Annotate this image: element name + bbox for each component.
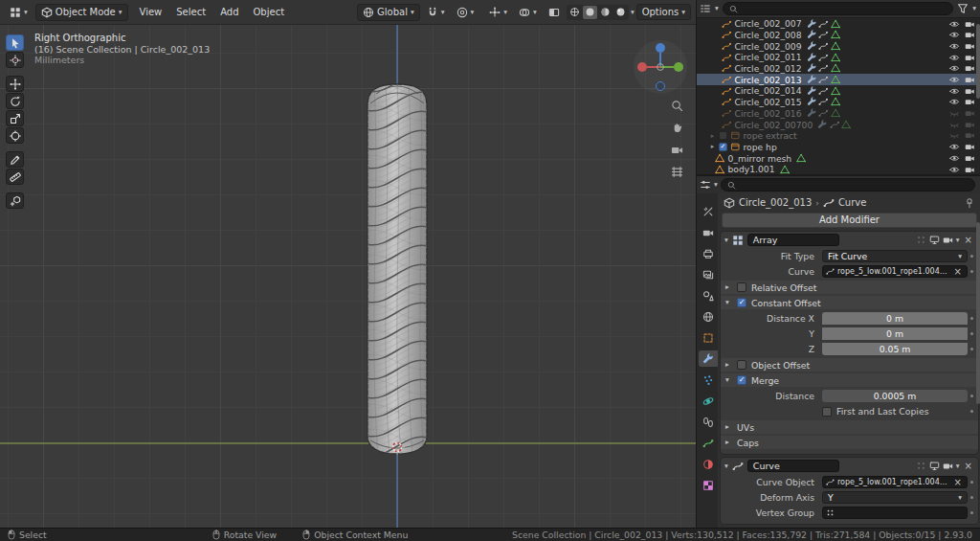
disclosure-icon[interactable]: ▸ xyxy=(709,143,716,150)
outliner-item[interactable]: Circle_002_008 xyxy=(697,30,980,41)
viewport-toggle-grid-button[interactable] xyxy=(669,164,684,179)
first-last-copies-checkbox[interactable] xyxy=(822,407,832,417)
eye-closed-icon[interactable] xyxy=(949,108,960,119)
tool-move[interactable] xyxy=(6,76,24,92)
collapsed-icon[interactable]: ▸ xyxy=(725,423,732,431)
eye-icon[interactable] xyxy=(949,53,960,63)
shading-rendered-button[interactable] xyxy=(613,6,628,19)
eye-icon[interactable] xyxy=(949,30,960,40)
distance-x-field[interactable]: 0 m xyxy=(822,312,968,325)
outliner-item[interactable]: Circle_002_014 xyxy=(697,85,980,97)
camera-icon[interactable] xyxy=(965,63,975,74)
constant-offset-checkbox[interactable]: ✓ xyxy=(737,298,746,307)
outliner-item[interactable]: Circle_002_013 xyxy=(697,74,980,85)
menu-add[interactable]: Add xyxy=(213,5,245,19)
outliner-search[interactable] xyxy=(723,2,953,15)
camera-icon[interactable] xyxy=(965,130,975,141)
camera-icon[interactable] xyxy=(965,86,975,97)
outliner-item[interactable]: ▸✓rope hp xyxy=(697,142,980,153)
eye-icon[interactable] xyxy=(949,165,960,174)
uvs-subpanel[interactable]: ▸ UVs xyxy=(721,420,978,434)
properties-tab-particles[interactable] xyxy=(699,372,718,388)
rope-object[interactable] xyxy=(361,80,434,458)
tool-transform[interactable] xyxy=(6,127,24,144)
extras-menu-icon[interactable]: ▾ xyxy=(956,237,960,244)
eye-icon[interactable] xyxy=(949,153,960,164)
collection-checkbox[interactable] xyxy=(719,131,727,140)
shading-wireframe-button[interactable] xyxy=(568,6,582,19)
editor-type-button[interactable] xyxy=(700,179,711,191)
camera-icon[interactable] xyxy=(965,19,975,30)
modifier-name-field[interactable]: Curve xyxy=(747,460,839,472)
camera-icon[interactable] xyxy=(965,120,975,130)
display-viewport-icon[interactable] xyxy=(929,235,940,245)
outliner-item[interactable]: Circle_002_015 xyxy=(697,97,980,108)
display-editmode-icon[interactable] xyxy=(916,461,926,471)
show-gizmos-toggle[interactable]: ▾ xyxy=(484,5,512,20)
outliner-item[interactable]: Circle_002_00700 xyxy=(697,119,980,130)
animate-decorator[interactable] xyxy=(968,496,976,499)
display-render-icon[interactable] xyxy=(943,235,953,245)
menu-select[interactable]: Select xyxy=(169,5,212,19)
camera-icon[interactable] xyxy=(965,153,975,164)
merge-subpanel[interactable]: ▾ ✓ Merge xyxy=(721,373,978,387)
menu-object[interactable]: Object xyxy=(247,5,292,19)
display-editmode-icon[interactable] xyxy=(916,235,926,245)
outliner-item[interactable]: Circle_002_007 xyxy=(697,18,980,30)
options-menu[interactable]: Options ▾ xyxy=(636,4,691,20)
extras-menu-icon[interactable]: ▾ xyxy=(956,462,960,470)
eye-icon[interactable] xyxy=(949,86,960,97)
toggle-xray-button[interactable] xyxy=(544,5,565,20)
snap-toggle[interactable]: ▾ xyxy=(422,5,450,20)
outliner-item[interactable]: Circle_002_012 xyxy=(697,63,980,75)
properties-tab-world[interactable] xyxy=(699,308,718,325)
curve-object-field[interactable]: rope_5_low.001_rope1.004.001_Curve... × xyxy=(822,476,968,488)
outliner-item[interactable]: ▸rope extract xyxy=(697,130,980,142)
eye-icon[interactable] xyxy=(949,97,960,107)
eye-icon[interactable] xyxy=(949,75,960,85)
navigation-gizmo[interactable] xyxy=(632,38,689,96)
tool-annotate[interactable] xyxy=(6,151,24,168)
editor-type-button[interactable] xyxy=(700,3,711,14)
camera-icon[interactable] xyxy=(965,165,975,174)
outliner-item[interactable]: body1.001 xyxy=(697,164,980,174)
expand-icon[interactable]: ▾ xyxy=(724,237,728,244)
properties-search[interactable] xyxy=(721,178,975,192)
collapsed-icon[interactable]: ▸ xyxy=(725,439,732,446)
properties-tab-output[interactable] xyxy=(699,245,718,261)
object-offset-checkbox[interactable] xyxy=(737,360,746,370)
camera-icon[interactable] xyxy=(965,53,975,63)
breadcrumb-data[interactable]: Curve xyxy=(838,197,867,208)
eye-closed-icon[interactable] xyxy=(949,130,960,141)
properties-search-input[interactable] xyxy=(740,180,969,190)
viewport-3d[interactable]: Right Orthographic (16) Scene Collection… xyxy=(0,25,696,528)
array-modifier-header[interactable]: ▾ Array ▾ × xyxy=(721,232,978,248)
collection-checkbox[interactable]: ✓ xyxy=(719,143,727,151)
animate-decorator[interactable] xyxy=(968,481,976,484)
shading-material-button[interactable] xyxy=(598,6,612,19)
show-overlays-toggle[interactable]: ▾ xyxy=(514,5,542,20)
eye-icon[interactable] xyxy=(949,41,960,52)
outliner-item[interactable]: Circle_002_016 xyxy=(697,108,980,120)
animate-decorator[interactable] xyxy=(968,332,976,335)
viewport-zoom-button[interactable] xyxy=(669,98,684,113)
curve-modifier-header[interactable]: ▾ Curve ▾ × xyxy=(721,458,978,474)
properties-tab-texture[interactable] xyxy=(699,477,718,493)
properties-tab-scene[interactable] xyxy=(699,287,718,304)
disclosure-icon[interactable]: ▸ xyxy=(709,132,716,140)
animate-decorator[interactable] xyxy=(968,317,976,320)
camera-icon[interactable] xyxy=(965,108,975,119)
shading-dropdown-icon[interactable]: ▾ xyxy=(631,9,635,16)
shading-solid-button[interactable] xyxy=(583,6,597,19)
tool-rotate[interactable] xyxy=(6,93,24,109)
expanded-icon[interactable]: ▾ xyxy=(725,299,732,306)
tool-measure[interactable] xyxy=(6,169,24,185)
collapsed-icon[interactable]: ▸ xyxy=(725,361,732,369)
animate-decorator[interactable] xyxy=(968,410,976,413)
camera-icon[interactable] xyxy=(965,75,975,85)
expanded-icon[interactable]: ▾ xyxy=(725,376,732,384)
viewport-pan-button[interactable] xyxy=(669,120,684,135)
camera-icon[interactable] xyxy=(965,97,975,107)
deform-axis-dropdown[interactable]: Y ▾ xyxy=(822,491,968,504)
pin-icon[interactable] xyxy=(964,197,975,209)
